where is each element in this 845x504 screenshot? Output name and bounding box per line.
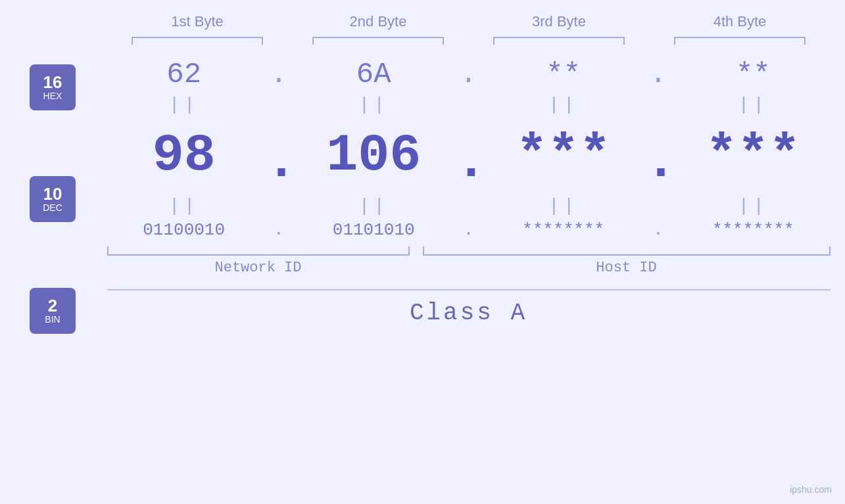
class-footer: Class A xyxy=(107,289,831,327)
content-area: 16 HEX 10 DEC 2 BIN 62 . 6A . xyxy=(0,58,845,334)
dec-byte1: 98 xyxy=(112,129,256,182)
dec-sep1: . xyxy=(266,119,292,192)
hex-sep2: . xyxy=(455,58,481,91)
watermark: ipshu.com xyxy=(790,484,832,495)
class-label: Class A xyxy=(107,300,831,327)
hex-byte1: 62 xyxy=(112,60,256,89)
network-id-label: Network ID xyxy=(107,260,410,276)
bin-sep2: . xyxy=(455,220,481,240)
bin-row: 01100010 . 01101010 . ******** . *******… xyxy=(107,220,831,240)
main-container: 1st Byte 2nd Byte 3rd Byte 4th Byte 16 H… xyxy=(0,0,845,504)
equals-row-1: || || || || xyxy=(107,95,831,115)
dec-sep3: . xyxy=(645,119,671,192)
bottom-brackets xyxy=(107,246,831,256)
byte1-header: 1st Byte xyxy=(125,13,270,30)
bin-sep3: . xyxy=(645,220,671,240)
bin-byte1: 01100010 xyxy=(112,220,256,240)
equals-row-2: || || || || xyxy=(107,196,831,216)
top-bracket-1 xyxy=(132,37,263,45)
ip-grid: 62 . 6A . ** . ** || || || || 98 xyxy=(92,58,845,327)
top-bracket-2 xyxy=(312,37,444,45)
hex-byte4: ** xyxy=(681,60,825,89)
class-divider xyxy=(107,289,831,290)
bin-byte3: ******** xyxy=(491,220,636,240)
hex-row: 62 . 6A . ** . ** xyxy=(107,58,831,91)
bin-sep1: . xyxy=(266,220,292,240)
host-bracket xyxy=(423,246,831,256)
dec-byte3: *** xyxy=(491,129,636,182)
byte-headers: 1st Byte 2nd Byte 3rd Byte 4th Byte xyxy=(107,13,831,30)
dec-badge: 10 DEC xyxy=(30,176,76,222)
labels-column: 16 HEX 10 DEC 2 BIN xyxy=(0,58,92,334)
bin-byte2: 01101010 xyxy=(301,220,446,240)
host-id-label: Host ID xyxy=(423,260,831,276)
hex-byte3: ** xyxy=(491,60,636,89)
hex-byte2: 6A xyxy=(301,60,446,89)
dec-row: 98 . 106 . *** . *** xyxy=(107,119,831,192)
hex-sep1: . xyxy=(266,58,292,91)
dec-sep2: . xyxy=(455,119,481,192)
byte2-header: 2nd Byte xyxy=(306,13,450,30)
dec-byte2: 106 xyxy=(301,129,446,182)
top-bracket-row xyxy=(107,37,831,45)
byte4-header: 4th Byte xyxy=(667,13,812,30)
top-bracket-3 xyxy=(493,37,625,45)
hex-sep3: . xyxy=(645,58,671,91)
hex-badge: 16 HEX xyxy=(30,64,76,110)
network-bracket xyxy=(107,246,410,256)
bin-byte4: ******** xyxy=(681,220,825,240)
byte3-header: 3rd Byte xyxy=(487,13,631,30)
top-bracket-4 xyxy=(674,37,806,45)
bin-badge: 2 BIN xyxy=(30,288,76,334)
bottom-labels: Network ID Host ID xyxy=(107,260,831,276)
dec-byte4: *** xyxy=(681,129,825,182)
